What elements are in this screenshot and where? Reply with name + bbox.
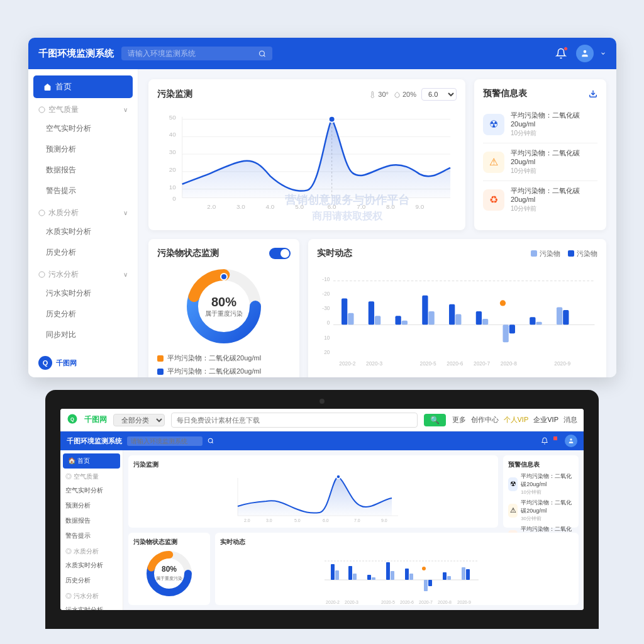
app-header: 千图环境监测系统 <box>28 38 616 69</box>
svg-rect-41 <box>341 298 347 325</box>
mini-warn-0: ☢ 平均污染物：二氧化碳20ug/ml 10分钟前 <box>508 472 574 496</box>
mini-search-input[interactable] <box>127 436 203 446</box>
search-bar[interactable] <box>121 47 272 60</box>
legend-dot-orange <box>157 355 164 362</box>
header-icons <box>552 45 606 62</box>
mini-sidebar-water-rt[interactable]: 水质实时分析 <box>60 558 123 573</box>
svg-rect-96 <box>409 574 413 580</box>
laptop-frame: Q 千图网 全部分类 🔍 更多 创作中心 个人VIP 企业VIP 消息 <box>45 390 599 629</box>
mini-sidebar-sewage-rt[interactable]: 污水实时分析 <box>60 602 123 610</box>
warning-item-2: ♻ 平均污染物：二氧化碳20ug/ml 10分钟前 <box>483 181 597 218</box>
qiantu-search-input[interactable] <box>171 413 418 428</box>
donut-header: 污染物状态监测 <box>157 248 291 259</box>
svg-point-70 <box>570 438 572 440</box>
bar-legend: 污染物 污染物 <box>531 249 597 258</box>
sidebar-item-air-realtime[interactable]: 空气实时分析 <box>28 118 138 139</box>
sidebar-item-water-realtime[interactable]: 水质实时分析 <box>28 221 138 242</box>
chart-header: 污染监测 30° 20% 6.0 <box>157 88 457 101</box>
sidebar-item-sewage-realtime[interactable]: 污水实时分析 <box>28 283 138 304</box>
svg-rect-89 <box>348 566 352 580</box>
mini-donut-svg: 80% 属于重度污染 <box>144 548 194 599</box>
svg-rect-91 <box>367 575 371 580</box>
svg-text:2020-9: 2020-9 <box>457 600 471 604</box>
logo-text: 千图网 <box>56 358 77 368</box>
qiantu-bar: Q 千图网 全部分类 🔍 更多 创作中心 个人VIP 企业VIP 消息 <box>60 409 584 431</box>
mini-sidebar-air-report[interactable]: 数据报告 <box>60 513 123 528</box>
svg-rect-44 <box>375 316 380 325</box>
mini-sidebar-home[interactable]: 🏠 首页 <box>63 453 120 469</box>
sidebar-item-sewage-compare[interactable]: 同步对比 <box>28 325 138 345</box>
mini-avatar-icon <box>568 438 574 444</box>
mini-donut-title: 污染物状态监测 <box>133 538 205 547</box>
bell-button[interactable] <box>552 45 570 62</box>
sidebar-item-air-forecast[interactable]: 预测分析 <box>28 139 138 160</box>
avatar[interactable] <box>576 45 594 62</box>
mini-sidebar-air-rt[interactable]: 空气实时分析 <box>60 483 123 498</box>
svg-text:40: 40 <box>169 131 177 138</box>
svg-text:50: 50 <box>169 114 177 121</box>
pollution-line-chart: 50 40 30 20 10 0 2.0 3.0 <box>157 107 457 220</box>
svg-point-32 <box>221 274 227 280</box>
svg-rect-101 <box>462 567 465 580</box>
sidebar-item-air-report[interactable]: 数据报告 <box>28 160 138 180</box>
sidebar-item-home[interactable]: 首页 <box>33 75 133 98</box>
mini-sidebar-air-warn[interactable]: 警告提示 <box>60 528 123 543</box>
svg-point-0 <box>260 51 265 56</box>
qiantu-nav-corp[interactable]: 企业VIP <box>533 415 558 425</box>
svg-rect-49 <box>449 304 455 325</box>
download-icon[interactable] <box>589 89 597 98</box>
svg-rect-54 <box>509 325 515 333</box>
donut-title: 污染物状态监测 <box>157 248 219 259</box>
qiantu-nav-vip[interactable]: 个人VIP <box>504 415 529 425</box>
sidebar-item-air-warning[interactable]: 警告提示 <box>28 180 138 201</box>
svg-text:3.0: 3.0 <box>236 203 245 210</box>
mini-sidebar-group-water: ◎ 水质分析 <box>60 543 123 558</box>
bar-chart-svg: -10 -20 -30 0 10 20 <box>317 265 597 372</box>
svg-text:2020-2: 2020-2 <box>326 600 340 604</box>
qiantu-nav-more[interactable]: 更多 <box>452 415 466 425</box>
top-row: 污染监测 30° 20% 6.0 <box>148 79 606 230</box>
mini-content: 污染监测 <box>123 450 584 610</box>
mini-sidebar-water-hist[interactable]: 历史分析 <box>60 573 123 588</box>
svg-rect-94 <box>391 571 394 580</box>
svg-point-59 <box>500 300 506 306</box>
svg-text:-20: -20 <box>322 291 330 297</box>
svg-rect-100 <box>447 576 451 580</box>
mini-warn-1: ⚠ 平均污染物：二氧化碳20ug/ml 30分钟前 <box>508 499 574 522</box>
svg-point-4 <box>39 272 45 277</box>
content-area: 污染监测 30° 20% 6.0 <box>138 69 616 377</box>
svg-rect-102 <box>466 569 470 580</box>
sidebar-item-water-history[interactable]: 历史分析 <box>28 242 138 263</box>
bar-dot-dark <box>568 250 574 257</box>
mini-sidebar-group-air: ◎ 空气质量 <box>60 469 123 483</box>
qiantu-search-button[interactable]: 🔍 <box>424 414 446 426</box>
mini-app-header: 千图环境监测系统 <box>60 431 584 450</box>
mini-bell-dot <box>553 436 557 440</box>
warning-title: 预警信息表 <box>483 88 527 99</box>
donut-center: 80% 属于重度污染 <box>205 295 243 318</box>
chart-period-select[interactable]: 6.0 12.0 24.0 <box>421 88 457 101</box>
toggle-switch[interactable] <box>269 248 291 259</box>
mini-warning-title: 预警信息表 <box>508 460 574 469</box>
chevron-air: ∨ <box>123 106 128 113</box>
toggle-knob <box>280 249 289 258</box>
qiantu-nav-msg[interactable]: 消息 <box>564 415 577 425</box>
warning-item-0: ☢ 平均污染物：二氧化碳20ug/ml 10分钟前 <box>483 106 597 143</box>
qiantu-category-select[interactable]: 全部分类 <box>113 414 165 426</box>
warning-icon-alert: ⚠ <box>483 152 504 173</box>
svg-point-73 <box>336 475 340 479</box>
sidebar-group-water: 水质分析 ∨ <box>28 201 138 221</box>
svg-point-3 <box>39 210 45 216</box>
svg-rect-53 <box>502 325 508 342</box>
mini-sidebar-air-forecast[interactable]: 预测分析 <box>60 498 123 513</box>
svg-rect-92 <box>372 577 375 580</box>
svg-text:2020-3: 2020-3 <box>345 600 358 604</box>
qiantu-nav-create[interactable]: 创作中心 <box>471 415 499 425</box>
sidebar-item-sewage-history[interactable]: 历史分析 <box>28 304 138 325</box>
svg-text:2020-6: 2020-6 <box>400 600 414 604</box>
search-input[interactable] <box>128 49 255 58</box>
warning-icon-nuclear: ☢ <box>483 114 504 135</box>
bar-legend-dark: 污染物 <box>568 249 597 258</box>
warning-card: 预警信息表 ☢ 平均污染物：二氧化碳20ug/ml 10分钟前 ⚠ <box>474 79 606 230</box>
svg-text:3.0: 3.0 <box>266 518 272 523</box>
